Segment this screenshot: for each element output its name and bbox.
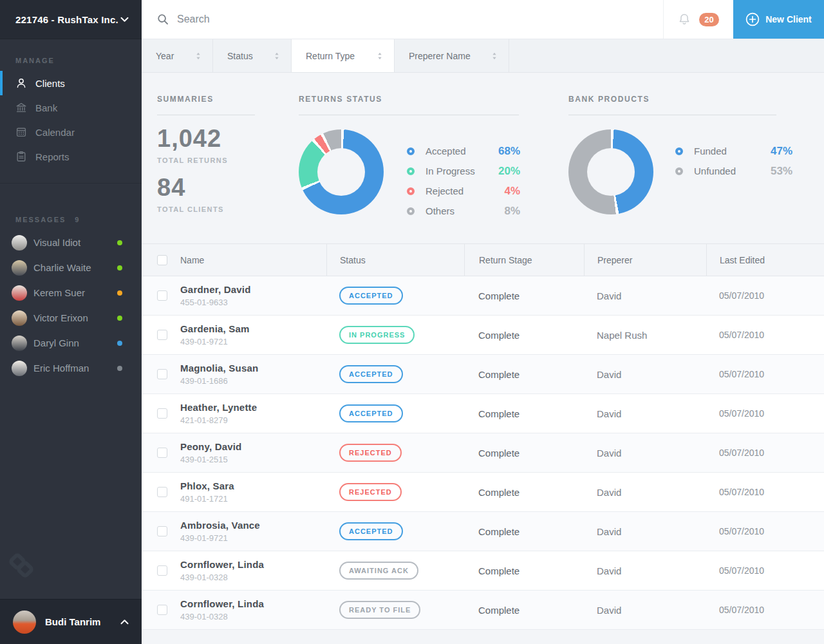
column-header-last-edited[interactable]: Last Edited [706, 244, 824, 276]
calendar-icon [15, 126, 27, 138]
legend-ring-icon [407, 207, 415, 215]
table-row[interactable]: Ambrosia, Vance439-01-9721 ACCEPTED Comp… [142, 512, 824, 551]
last-edited: 05/07/2010 [719, 487, 764, 497]
last-edited: 05/07/2010 [719, 565, 764, 576]
summaries-title: SUMMARIES [157, 95, 299, 104]
client-ssn: 421-01-8279 [180, 415, 228, 425]
row-checkbox[interactable] [157, 369, 167, 379]
legend-label: Funded [694, 146, 771, 156]
last-edited: 05/07/2010 [719, 448, 764, 458]
legend-value: 53% [771, 165, 792, 178]
status-dot [117, 316, 122, 321]
bank-products-panel: BANK PRODUCTS Funded 47% Unfunded 53% [568, 95, 809, 243]
table-row[interactable]: Magnolia, Susan439-01-1686 ACCEPTED Comp… [142, 355, 824, 394]
message-item[interactable]: Daryl Ginn [0, 330, 142, 355]
summaries-panel: SUMMARIES 1,042 TOTAL RETURNS 84 TOTAL C… [157, 95, 299, 243]
return-stage: Complete [478, 369, 520, 380]
row-checkbox[interactable] [157, 448, 167, 458]
sidebar-item-clients[interactable]: Clients [0, 71, 142, 95]
client-name: Gardner, David [180, 284, 251, 295]
status-badge: ACCEPTED [339, 287, 403, 305]
table-row[interactable]: Phlox, Sara491-01-1721 REJECTED Complete… [142, 473, 824, 512]
filter-label: Return Type [306, 51, 355, 61]
table-row[interactable]: Peony, David439-01-2515 REJECTED Complet… [142, 433, 824, 473]
client-name: Magnolia, Susan [180, 363, 258, 374]
row-checkbox[interactable] [157, 487, 167, 497]
manage-nav: MANAGE Clients Bank Calendar Reports [0, 39, 142, 184]
messages-label: MESSAGES 9 [0, 216, 142, 223]
column-header-name[interactable]: Name [180, 244, 326, 276]
sidebar-item-reports[interactable]: Reports [0, 144, 142, 169]
filter-status[interactable]: Status [213, 39, 292, 72]
legend-item: In Progress 20% [407, 161, 520, 181]
summary-section: SUMMARIES 1,042 TOTAL RETURNS 84 TOTAL C… [142, 73, 824, 243]
row-checkbox[interactable] [157, 408, 167, 419]
message-item[interactable]: Visual Idiot [0, 230, 142, 255]
legend-label: Unfunded [694, 166, 771, 176]
table-row[interactable]: Gardenia, Sam439-01-9721 IN PROGRESS Com… [142, 316, 824, 355]
preperer: David [597, 565, 621, 576]
filter-preperer-name[interactable]: Preperer Name [395, 39, 509, 72]
filter-year[interactable]: Year [142, 39, 213, 72]
divider [157, 115, 255, 115]
main-area: 20 New Client Year Status Return Type Pr… [142, 0, 824, 644]
table-row[interactable]: Gardner, David455-01-9633 ACCEPTED Compl… [142, 276, 824, 316]
legend-value: 68% [498, 145, 520, 158]
message-item[interactable]: Charlie Waite [0, 255, 142, 280]
legend-ring-icon [407, 167, 415, 175]
row-checkbox[interactable] [157, 605, 167, 615]
return-stage: Complete [478, 487, 520, 498]
sidebar-item-bank[interactable]: Bank [0, 95, 142, 120]
column-header-return-stage[interactable]: Return Stage [464, 244, 584, 276]
legend-value: 20% [498, 165, 520, 178]
client-ssn: 491-01-1721 [180, 494, 228, 504]
row-checkbox[interactable] [157, 330, 167, 340]
sidebar-item-calendar[interactable]: Calendar [0, 120, 142, 144]
client-ssn: 439-01-2515 [180, 455, 228, 464]
column-header-status[interactable]: Status [326, 244, 464, 276]
message-item[interactable]: Victor Erixon [0, 305, 142, 330]
sidebar-item-label: Bank [35, 102, 57, 113]
chevron-up-icon [120, 619, 129, 625]
preperer: David [597, 605, 621, 616]
last-edited: 05/07/2010 [719, 526, 764, 536]
search-input[interactable] [177, 14, 663, 25]
message-item[interactable]: Kerem Suer [0, 280, 142, 305]
topbar: 20 New Client [142, 0, 824, 39]
row-checkbox[interactable] [157, 526, 167, 536]
select-all-checkbox[interactable] [157, 255, 167, 265]
org-switcher[interactable]: 221746 - RushTax Inc. [0, 0, 142, 39]
status-dot [117, 240, 122, 245]
row-checkbox[interactable] [157, 565, 167, 576]
column-header-preperer[interactable]: Preperer [584, 244, 706, 276]
client-name: Gardenia, Sam [180, 323, 250, 334]
current-user-name: Budi Tanrim [45, 616, 120, 627]
table-row[interactable]: Cornflower, Linda439-01-0328 READY TO FI… [142, 591, 824, 630]
notifications-button[interactable]: 20 [663, 0, 733, 39]
last-edited: 05/07/2010 [719, 408, 764, 419]
avatar [12, 285, 27, 301]
row-checkbox[interactable] [157, 290, 167, 301]
client-name: Phlox, Sara [180, 480, 234, 491]
table-row[interactable]: Heather, Lynette421-01-8279 ACCEPTED Com… [142, 394, 824, 433]
avatar [12, 235, 27, 251]
search-bar [142, 0, 663, 39]
sidebar-item-label: Clients [35, 78, 65, 89]
user-menu[interactable]: Budi Tanrim [0, 599, 142, 644]
message-item[interactable]: Eric Hoffman [0, 355, 142, 381]
filter-bar: Year Status Return Type Preperer Name [142, 39, 824, 73]
return-stage: Complete [478, 605, 520, 616]
returns-status-title: RETURNS STATUS [299, 95, 568, 104]
table-row[interactable]: Cornflower, Linda439-01-0328 AWAITING AC… [142, 551, 824, 591]
chevron-down-icon [120, 17, 129, 23]
legend-item: Unfunded 53% [675, 161, 792, 181]
client-name: Cornflower, Linda [180, 598, 264, 609]
filter-return-type[interactable]: Return Type [292, 39, 395, 72]
status-badge: ACCEPTED [339, 522, 403, 540]
notification-count-badge: 20 [699, 13, 719, 26]
legend-label: Others [426, 205, 504, 216]
legend-value: 47% [771, 145, 792, 158]
divider [568, 115, 776, 115]
new-client-button[interactable]: New Client [733, 0, 824, 39]
return-stage: Complete [478, 330, 520, 341]
